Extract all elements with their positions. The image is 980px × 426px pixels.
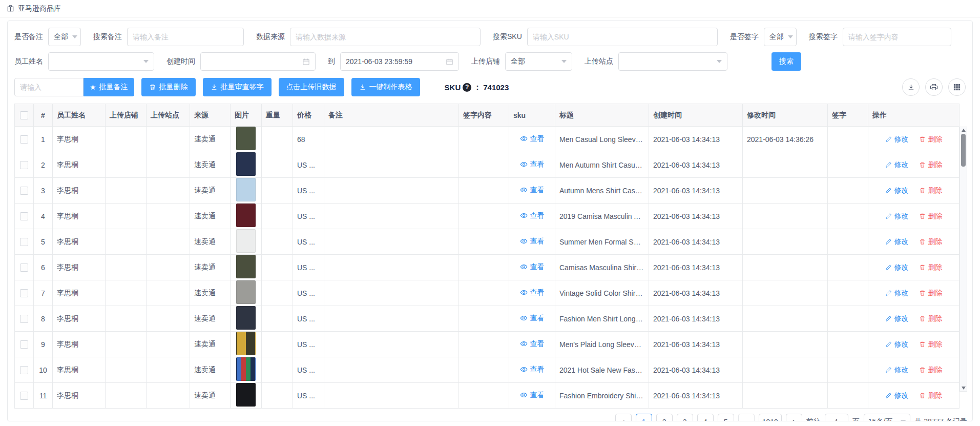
search-sign-input[interactable] <box>843 28 951 46</box>
edit-button[interactable]: 修改 <box>885 391 909 400</box>
view-sku-link[interactable]: 查看 <box>520 391 545 400</box>
batch-remark-group: ★ 批量备注 <box>14 78 134 96</box>
edit-button[interactable]: 修改 <box>885 237 909 247</box>
page-button-1919[interactable]: 1919 <box>759 414 782 421</box>
delete-button[interactable]: 删除 <box>919 340 943 349</box>
product-image <box>236 204 256 227</box>
col-image: 图片 <box>231 104 262 127</box>
delete-button[interactable]: 删除 <box>919 366 943 375</box>
next-page-button[interactable]: › <box>786 414 802 421</box>
edit-button[interactable]: 修改 <box>885 263 909 272</box>
create-time-start-input[interactable] <box>200 52 316 71</box>
edit-button[interactable]: 修改 <box>885 135 909 144</box>
row-checkbox[interactable] <box>20 161 28 169</box>
cell-source: 速卖通 <box>190 306 231 332</box>
view-sku-link[interactable]: 查看 <box>520 288 545 297</box>
delete-button[interactable]: 删除 <box>919 391 943 400</box>
col-sign-content: 签字内容 <box>459 104 509 127</box>
cell-created: 2021-06-03 14:34:13 <box>649 178 743 204</box>
row-checkbox[interactable] <box>20 263 28 272</box>
pages-ellipsis[interactable]: ••• <box>738 414 755 421</box>
vertical-scrollbar[interactable] <box>960 127 967 392</box>
question-circle-icon[interactable]: ? <box>463 83 471 92</box>
create-time-end-input[interactable]: 2021-06-03 23:59:59 <box>340 52 459 71</box>
delete-button[interactable]: 删除 <box>919 186 943 195</box>
delete-button[interactable]: 删除 <box>919 135 943 144</box>
view-sku-link[interactable]: 查看 <box>520 211 545 220</box>
column-settings-button[interactable] <box>948 78 966 96</box>
view-sku-link[interactable]: 查看 <box>520 314 545 323</box>
batch-review-sign-button[interactable]: 批量审查签字 <box>203 78 272 96</box>
row-checkbox[interactable] <box>20 135 28 144</box>
view-sku-link[interactable]: 查看 <box>520 237 545 246</box>
delete-button[interactable]: 删除 <box>919 237 943 247</box>
scroll-up-arrow-icon[interactable] <box>962 129 966 132</box>
chevron-down-icon <box>143 60 149 63</box>
export-download-button[interactable] <box>902 78 920 96</box>
pencil-icon <box>885 392 892 399</box>
row-checkbox[interactable] <box>20 392 28 400</box>
goto-page-input[interactable] <box>825 414 848 421</box>
page-button-4[interactable]: 4 <box>697 414 714 421</box>
cell-remark <box>324 280 459 306</box>
view-sku-link[interactable]: 查看 <box>520 262 545 272</box>
delete-button[interactable]: 删除 <box>919 160 943 170</box>
batch-remark-button[interactable]: ★ 批量备注 <box>84 78 134 96</box>
data-source-input[interactable] <box>290 28 481 46</box>
edit-button[interactable]: 修改 <box>885 160 909 170</box>
view-sku-link[interactable]: 查看 <box>520 365 545 374</box>
page-size-select[interactable]: 15条/页 <box>864 414 910 421</box>
delete-button[interactable]: 删除 <box>919 314 943 323</box>
edit-button[interactable]: 修改 <box>885 212 909 221</box>
page-button-3[interactable]: 3 <box>677 414 693 421</box>
scrollbar-thumb[interactable] <box>961 134 966 167</box>
edit-button[interactable]: 修改 <box>885 186 909 195</box>
search-sku-input[interactable] <box>527 28 718 46</box>
prev-page-button[interactable]: ‹ <box>615 414 632 421</box>
row-checkbox[interactable] <box>20 238 28 246</box>
select-all-checkbox[interactable] <box>20 111 28 119</box>
edit-button[interactable]: 修改 <box>885 366 909 375</box>
cell-weight <box>262 332 293 357</box>
search-remark-input[interactable] <box>127 28 244 46</box>
is-sign-select[interactable]: 全部 <box>764 28 797 46</box>
cell-price: US ... <box>293 357 324 383</box>
print-button[interactable] <box>925 78 943 96</box>
row-checkbox[interactable] <box>20 315 28 323</box>
page-button-5[interactable]: 5 <box>718 414 734 421</box>
page-button-2[interactable]: 2 <box>656 414 673 421</box>
view-sku-link[interactable]: 查看 <box>520 160 545 169</box>
upload-old-data-button[interactable]: 点击上传旧数据 <box>279 78 344 96</box>
edit-button[interactable]: 修改 <box>885 289 909 298</box>
upload-site-select[interactable] <box>618 52 727 71</box>
delete-button[interactable]: 删除 <box>919 263 943 272</box>
employee-select[interactable] <box>48 52 154 71</box>
make-table-button[interactable]: 一键制作表格 <box>351 78 420 96</box>
upload-shop-select[interactable]: 全部 <box>505 52 572 71</box>
cell-remark <box>324 229 459 255</box>
is-remark-select[interactable]: 全部 <box>48 28 81 46</box>
view-sku-link[interactable]: 查看 <box>520 339 545 349</box>
batch-remark-input[interactable] <box>14 78 84 96</box>
edit-button[interactable]: 修改 <box>885 340 909 349</box>
row-checkbox[interactable] <box>20 187 28 195</box>
delete-button[interactable]: 删除 <box>919 289 943 298</box>
search-button[interactable]: 搜索 <box>772 52 801 71</box>
page-button-1[interactable]: 1 <box>636 414 652 421</box>
edit-button[interactable]: 修改 <box>885 314 909 323</box>
delete-button[interactable]: 删除 <box>919 212 943 221</box>
view-sku-link[interactable]: 查看 <box>520 186 545 195</box>
cell-source: 速卖通 <box>190 280 231 306</box>
row-checkbox[interactable] <box>20 366 28 374</box>
scroll-down-arrow-icon[interactable] <box>962 387 966 390</box>
row-index: 8 <box>34 306 53 332</box>
row-checkbox[interactable] <box>20 340 28 349</box>
batch-delete-button[interactable]: 批量删除 <box>141 78 196 96</box>
row-checkbox[interactable] <box>20 212 28 220</box>
view-sku-link[interactable]: 查看 <box>520 134 545 144</box>
row-checkbox[interactable] <box>20 289 28 297</box>
cell-created: 2021-06-03 14:34:13 <box>649 280 743 306</box>
eye-icon <box>520 289 528 296</box>
trash-icon <box>919 161 926 168</box>
cell-weight <box>262 280 293 306</box>
